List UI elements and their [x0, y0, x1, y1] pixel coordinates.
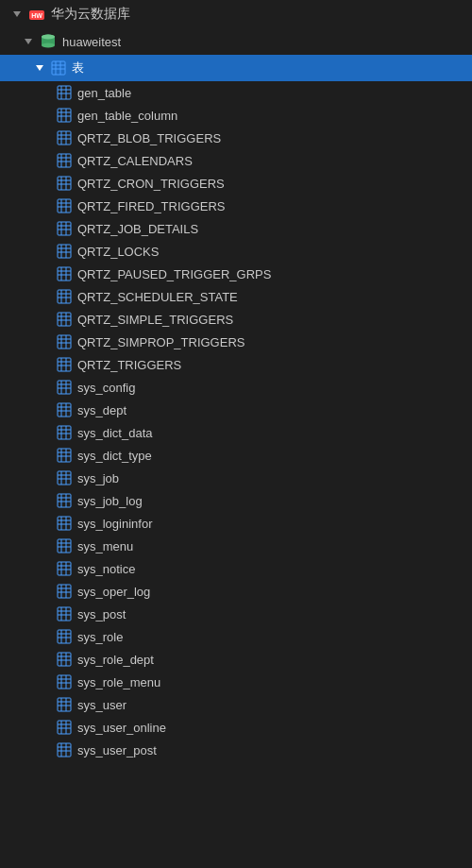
table-row[interactable]: sys_config: [0, 376, 472, 399]
table-name-label: sys_user_online: [77, 721, 166, 735]
table-name-label: QRTZ_BLOB_TRIGGERS: [77, 131, 221, 145]
table-group-icon: [51, 60, 66, 76]
table-group-node[interactable]: 表: [0, 55, 472, 81]
table-row[interactable]: sys_user_online: [0, 716, 472, 739]
table-row[interactable]: QRTZ_LOCKS: [0, 240, 472, 263]
table-icon: [57, 266, 72, 281]
table-row[interactable]: sys_oper_log: [0, 580, 472, 603]
table-name-label: sys_role_menu: [77, 675, 160, 689]
svg-rect-9: [52, 61, 65, 75]
table-name-label: QRTZ_CRON_TRIGGERS: [77, 177, 225, 191]
svg-rect-144: [58, 675, 71, 689]
svg-rect-39: [58, 199, 71, 213]
table-row[interactable]: sys_user_post: [0, 739, 472, 761]
svg-marker-8: [36, 65, 43, 71]
table-name-label: sys_job: [77, 471, 119, 485]
table-row[interactable]: gen_table: [0, 81, 472, 104]
table-row[interactable]: QRTZ_SIMPROP_TRIGGERS: [0, 331, 472, 353]
table-row[interactable]: sys_dict_type: [0, 444, 472, 467]
database-node[interactable]: huaweitest: [0, 28, 472, 55]
svg-rect-74: [58, 358, 71, 371]
table-row[interactable]: sys_menu: [0, 535, 472, 557]
table-name-label: QRTZ_SCHEDULER_STATE: [77, 290, 238, 304]
svg-rect-159: [58, 743, 71, 757]
table-icon: [57, 516, 72, 531]
table-row[interactable]: sys_notice: [0, 557, 472, 580]
table-name-label: sys_dict_data: [77, 426, 153, 440]
table-row[interactable]: sys_post: [0, 603, 472, 625]
db-chevron-icon: [23, 36, 34, 47]
table-row[interactable]: sys_role_menu: [0, 671, 472, 693]
svg-rect-114: [58, 539, 71, 553]
table-name-label: sys_logininfor: [77, 517, 153, 531]
svg-marker-0: [13, 11, 21, 17]
database-label: huaweitest: [62, 35, 121, 49]
svg-rect-69: [58, 335, 71, 349]
svg-rect-139: [58, 653, 71, 666]
svg-rect-124: [58, 585, 71, 598]
svg-rect-129: [58, 607, 71, 621]
table-row[interactable]: QRTZ_TRIGGERS: [0, 353, 472, 376]
table-row[interactable]: sys_role_dept: [0, 648, 472, 671]
svg-rect-104: [58, 494, 71, 507]
table-icon: [57, 289, 72, 304]
table-name-label: sys_config: [77, 381, 135, 395]
table-name-label: sys_role: [77, 630, 123, 644]
svg-rect-29: [58, 154, 71, 167]
table-icon: [57, 357, 72, 372]
table-icon: [57, 493, 72, 508]
root-label: 华为云数据库: [51, 6, 130, 23]
table-icon: [57, 425, 72, 440]
table-row[interactable]: QRTZ_CALENDARS: [0, 149, 472, 172]
table-row[interactable]: sys_logininfor: [0, 512, 472, 535]
svg-rect-14: [58, 86, 71, 99]
svg-rect-34: [58, 177, 71, 190]
table-name-label: sys_user_post: [77, 743, 157, 757]
table-icon: [57, 198, 72, 213]
table-row[interactable]: QRTZ_CRON_TRIGGERS: [0, 172, 472, 195]
table-row[interactable]: sys_job: [0, 467, 472, 489]
db-cylinder-icon: [40, 33, 57, 50]
table-row[interactable]: sys_dept: [0, 399, 472, 421]
table-group-chevron-icon: [34, 62, 45, 74]
table-row[interactable]: sys_user: [0, 693, 472, 716]
table-name-label: QRTZ_FIRED_TRIGGERS: [77, 199, 226, 213]
table-name-label: sys_oper_log: [77, 585, 150, 599]
table-icon: [57, 380, 72, 395]
svg-rect-49: [58, 245, 71, 258]
table-row[interactable]: QRTZ_FIRED_TRIGGERS: [0, 195, 472, 217]
root-node[interactable]: HW 华为云数据库: [0, 0, 472, 28]
svg-rect-99: [58, 471, 71, 485]
table-icon: [57, 244, 72, 259]
svg-rect-79: [58, 381, 71, 394]
table-row[interactable]: sys_dict_data: [0, 421, 472, 444]
table-row[interactable]: sys_job_log: [0, 489, 472, 512]
table-name-label: sys_dict_type: [77, 449, 152, 463]
svg-rect-59: [58, 290, 71, 303]
table-icon: [57, 402, 72, 417]
table-name-label: QRTZ_JOB_DETAILS: [77, 222, 198, 236]
table-row[interactable]: QRTZ_SCHEDULER_STATE: [0, 285, 472, 308]
svg-point-6: [42, 43, 55, 48]
table-icon: [57, 108, 72, 123]
table-name-label: QRTZ_CALENDARS: [77, 154, 193, 168]
svg-rect-89: [58, 426, 71, 439]
table-name-label: gen_table: [77, 86, 131, 100]
svg-rect-19: [58, 109, 71, 122]
table-row[interactable]: QRTZ_JOB_DETAILS: [0, 217, 472, 240]
table-row[interactable]: QRTZ_PAUSED_TRIGGER_GRPS: [0, 263, 472, 285]
table-icon: [57, 561, 72, 576]
table-row[interactable]: gen_table_column: [0, 104, 472, 127]
svg-marker-3: [25, 39, 32, 44]
svg-rect-109: [58, 517, 71, 530]
table-icon: [57, 538, 72, 553]
table-list: gen_table gen_table_column QRTZ_BLOB_TRI…: [0, 81, 472, 761]
svg-rect-84: [58, 403, 71, 417]
table-row[interactable]: QRTZ_SIMPLE_TRIGGERS: [0, 308, 472, 331]
table-row[interactable]: sys_role: [0, 625, 472, 648]
table-row[interactable]: QRTZ_BLOB_TRIGGERS: [0, 127, 472, 149]
table-icon: [57, 448, 72, 463]
root-chevron-icon: [11, 9, 23, 20]
table-name-label: QRTZ_LOCKS: [77, 245, 159, 259]
svg-rect-64: [58, 313, 71, 326]
